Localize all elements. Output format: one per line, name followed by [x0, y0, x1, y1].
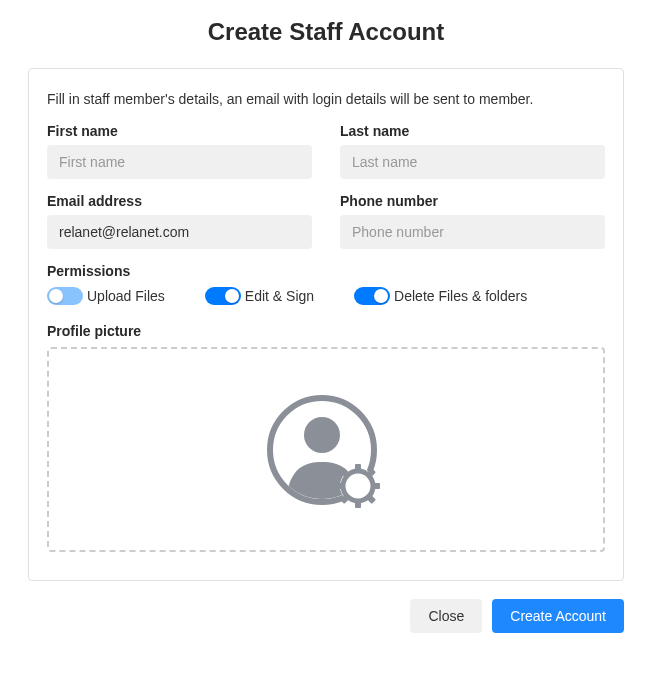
toggle-upload-files[interactable]	[47, 287, 83, 305]
profile-picture-group: Profile picture	[47, 323, 605, 552]
form-card: Fill in staff member's details, an email…	[28, 68, 624, 581]
permission-delete: Delete Files & folders	[354, 287, 527, 305]
phone-input[interactable]	[340, 215, 605, 249]
phone-label: Phone number	[340, 193, 605, 209]
permission-label-edit: Edit & Sign	[245, 288, 314, 304]
page-title: Create Staff Account	[0, 18, 652, 46]
footer-actions: Close Create Account	[28, 599, 624, 633]
profile-gear-icon	[266, 390, 386, 510]
profile-picture-label: Profile picture	[47, 323, 605, 339]
toggle-edit-sign[interactable]	[205, 287, 241, 305]
svg-rect-8	[372, 483, 380, 489]
permissions-label: Permissions	[47, 263, 605, 279]
svg-point-13	[352, 480, 364, 492]
create-account-button[interactable]: Create Account	[492, 599, 624, 633]
svg-rect-5	[355, 464, 361, 472]
permissions-group: Permissions Upload Files Edit & Sign Del…	[47, 263, 605, 305]
profile-picture-dropzone[interactable]	[47, 347, 605, 552]
first-name-field-group: First name	[47, 123, 312, 179]
svg-rect-7	[336, 483, 344, 489]
first-name-label: First name	[47, 123, 312, 139]
toggle-delete[interactable]	[354, 287, 390, 305]
svg-point-2	[304, 417, 340, 453]
phone-field-group: Phone number	[340, 193, 605, 249]
last-name-field-group: Last name	[340, 123, 605, 179]
last-name-label: Last name	[340, 123, 605, 139]
last-name-input[interactable]	[340, 145, 605, 179]
permission-label-delete: Delete Files & folders	[394, 288, 527, 304]
intro-text: Fill in staff member's details, an email…	[47, 91, 605, 107]
email-input[interactable]	[47, 215, 312, 249]
email-label: Email address	[47, 193, 312, 209]
permission-label-upload: Upload Files	[87, 288, 165, 304]
first-name-input[interactable]	[47, 145, 312, 179]
permission-upload-files: Upload Files	[47, 287, 165, 305]
email-field-group: Email address	[47, 193, 312, 249]
svg-rect-6	[355, 500, 361, 508]
permission-edit-sign: Edit & Sign	[205, 287, 314, 305]
close-button[interactable]: Close	[410, 599, 482, 633]
